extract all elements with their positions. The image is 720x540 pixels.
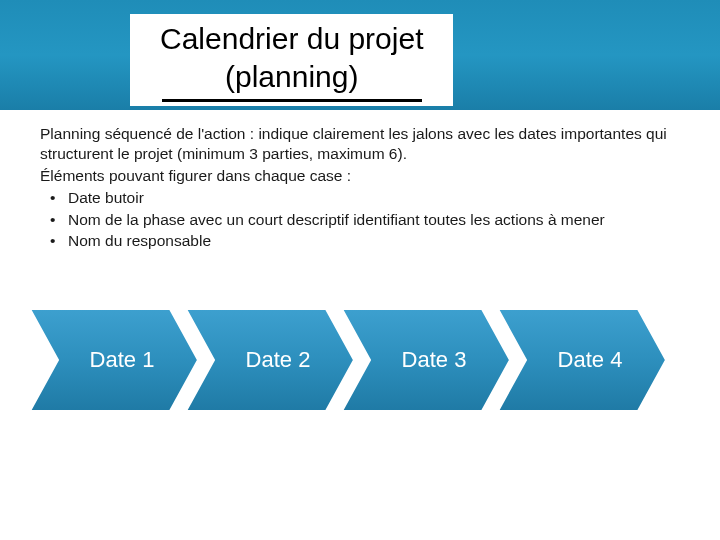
chevron-step: Date 1 — [30, 309, 200, 411]
title-box: Calendrier du projet (planning) — [130, 14, 453, 106]
chevron-row: Date 1 Date 2 Date 3 Date 4 — [30, 300, 690, 420]
chevron-label: Date 2 — [186, 309, 356, 411]
chevron-label: Date 1 — [30, 309, 200, 411]
header-band: Calendrier du projet (planning) — [0, 0, 720, 110]
bullet-item: Nom du responsable — [40, 231, 680, 251]
bullet-item: Nom de la phase avec un court descriptif… — [40, 210, 680, 230]
chevron-step: Date 4 — [498, 309, 668, 411]
chevron-label: Date 4 — [498, 309, 668, 411]
chevron-step: Date 3 — [342, 309, 512, 411]
bullet-item: Date butoir — [40, 188, 680, 208]
page-title: Calendrier du projet (planning) — [160, 20, 423, 95]
body-text: Planning séquencé de l'action : indique … — [0, 110, 720, 251]
chevron-step: Date 2 — [186, 309, 356, 411]
chevron-label: Date 3 — [342, 309, 512, 411]
intro-p2: Éléments pouvant figurer dans chaque cas… — [40, 166, 680, 186]
title-underline — [162, 99, 422, 102]
bullet-list: Date butoir Nom de la phase avec un cour… — [40, 188, 680, 250]
title-line1: Calendrier du projet — [160, 22, 423, 55]
intro-p1: Planning séquencé de l'action : indique … — [40, 124, 680, 164]
title-line2: (planning) — [225, 60, 358, 93]
